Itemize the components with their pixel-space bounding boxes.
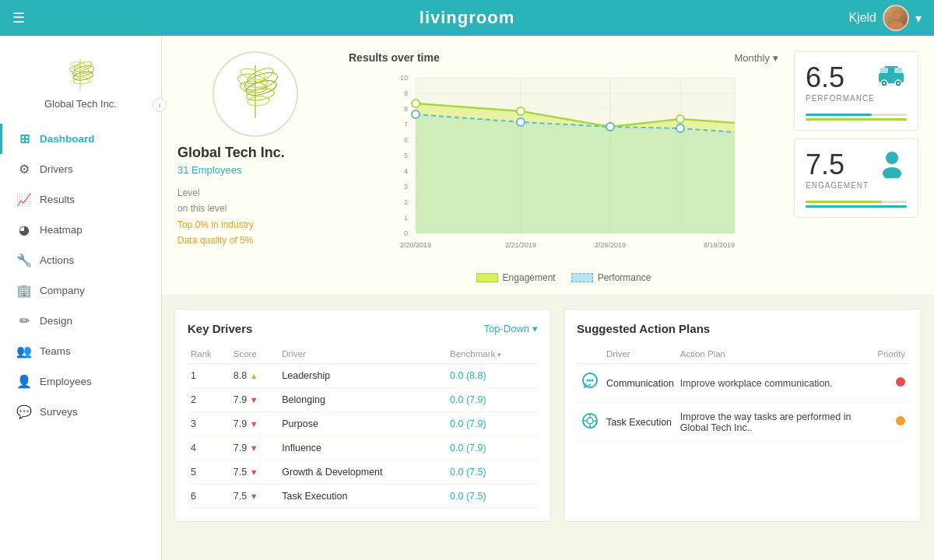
legend-performance-label: Performance — [598, 272, 651, 283]
sidebar-label-employees: Employees — [40, 376, 92, 387]
performance-icon — [876, 61, 907, 89]
ap-col-driver — [577, 345, 603, 364]
sidebar-item-drivers[interactable]: ⚙ Drivers — [0, 154, 161, 184]
svg-point-14 — [248, 96, 270, 107]
user-name: Kjeld — [848, 11, 876, 25]
results-icon: 📈 — [16, 192, 32, 207]
performance-bar — [806, 114, 907, 116]
sidebar-item-teams[interactable]: 👥 Teams — [0, 336, 161, 366]
period-selector[interactable]: Monthly ▾ — [734, 52, 778, 64]
engagement-bar-fill — [806, 201, 882, 203]
sidebar-label-surveys: Surveys — [40, 406, 78, 418]
ap-col-driver-name: Driver — [603, 345, 677, 364]
user-menu[interactable]: Kjeld ▾ — [848, 5, 922, 31]
table-row: 1 8.8 ▲ Leadership 0.0 (8.8) — [188, 364, 538, 388]
sidebar-item-results[interactable]: 📈 Results — [0, 184, 161, 215]
chart-title: Results over time — [349, 51, 440, 64]
rank-cell: 1 — [188, 364, 230, 388]
legend-performance-color — [571, 273, 593, 282]
ap-col-action: Action Plan — [677, 345, 874, 364]
drivers-icon: ⚙ — [16, 162, 32, 177]
employees-icon: 👤 — [16, 374, 32, 389]
score-cell: 7.9 ▼ — [230, 388, 279, 412]
table-row: Task Execution Improve the way tasks are… — [577, 403, 908, 442]
sidebar-label-heatmap: Heatmap — [40, 224, 83, 236]
performance-value: 6.5 — [806, 61, 875, 94]
svg-point-66 — [883, 82, 886, 85]
top-industry: Top 0% in industry — [177, 219, 254, 230]
sidebar-item-surveys[interactable]: 💬 Surveys — [0, 397, 161, 427]
period-label: Monthly — [734, 52, 770, 64]
sidebar-label-actions: Actions — [40, 254, 74, 266]
svg-point-52 — [412, 110, 420, 118]
engagement-icon — [877, 149, 907, 178]
rank-cell: 2 — [188, 388, 230, 412]
sidebar-label-design: Design — [40, 315, 72, 327]
benchmark-cell: 0.0 (7.5) — [447, 460, 538, 485]
task-execution-icon — [580, 411, 600, 431]
sidebar-collapse-button[interactable]: ‹ — [153, 98, 167, 112]
action-plans-title: Suggested Action Plans — [577, 322, 710, 335]
drivers-table: Rank Score Driver Benchmark ▾ 1 8.8 ▲ Le… — [188, 345, 538, 509]
sidebar-item-company[interactable]: 🏢 Company — [0, 275, 161, 306]
svg-text:3: 3 — [404, 183, 408, 191]
svg-text:0: 0 — [404, 229, 408, 237]
topdown-selector[interactable]: Top-Down ▾ — [483, 323, 538, 334]
sidebar-item-heatmap[interactable]: ◕ Heatmap — [0, 215, 161, 245]
svg-text:2: 2 — [404, 198, 408, 206]
svg-point-69 — [883, 167, 901, 178]
driver-cell: Influence — [279, 436, 447, 460]
data-quality: Data quality of 5% — [177, 235, 253, 246]
score-cell: 7.5 ▼ — [230, 485, 279, 509]
teams-icon: 👥 — [16, 344, 32, 359]
action-plans-table: Driver Action Plan Priority Communicatio… — [577, 345, 908, 442]
svg-text:7: 7 — [404, 121, 408, 128]
sidebar-label-teams: Teams — [40, 345, 71, 357]
driver-cell: Purpose — [279, 412, 447, 436]
driver-icon-cell — [577, 403, 603, 442]
chart-title-plain: Results — [349, 51, 391, 64]
svg-text:6: 6 — [404, 136, 408, 144]
communication-icon — [580, 372, 600, 392]
svg-text:8: 8 — [404, 105, 408, 113]
svg-point-75 — [587, 418, 593, 424]
trend-down-icon: ▼ — [250, 443, 258, 453]
svg-rect-63 — [894, 68, 902, 73]
svg-text:8/19/2019: 8/19/2019 — [704, 241, 735, 249]
svg-point-55 — [676, 124, 684, 132]
performance-bar-fill — [806, 114, 872, 116]
sidebar-item-dashboard[interactable]: ⊞ Dashboard — [0, 124, 161, 154]
rank-cell: 3 — [188, 412, 230, 436]
sidebar-item-actions[interactable]: 🔧 Actions — [0, 245, 161, 275]
svg-point-51 — [676, 115, 684, 123]
trend-down-icon: ▼ — [250, 419, 258, 429]
svg-text:2/21/2019: 2/21/2019 — [505, 241, 536, 249]
col-benchmark: Benchmark ▾ — [447, 345, 538, 364]
company-employee-count: 31 Employees — [177, 164, 333, 176]
topdown-label: Top-Down — [483, 323, 529, 334]
performance-bar-secondary — [806, 118, 907, 121]
svg-rect-62 — [880, 68, 888, 73]
sidebar-item-design[interactable]: ✏ Design — [0, 306, 161, 336]
topbar: ☰ livingroom Kjeld ▾ — [0, 0, 934, 36]
score-cell: 7.5 ▼ — [230, 460, 279, 485]
on-this-level: on this level — [177, 203, 226, 214]
rank-cell: 5 — [188, 460, 230, 485]
ap-priority — [874, 364, 908, 403]
content-area: Global Tech Inc. 31 Employees Level on t… — [162, 36, 934, 560]
benchmark-cell: 0.0 (7.5) — [447, 485, 538, 509]
hamburger-icon[interactable]: ☰ — [12, 9, 25, 26]
company-meta: Level on this level Top 0% in industry D… — [177, 185, 333, 249]
benchmark-cell: 0.0 (8.8) — [447, 364, 538, 388]
svg-text:5: 5 — [404, 152, 408, 159]
key-drivers-header: Key Drivers Top-Down ▾ — [188, 322, 538, 335]
legend-engagement-color — [476, 273, 498, 282]
ap-driver-name: Communication — [603, 364, 677, 403]
chart-area: Results over time Monthly ▾ — [349, 51, 778, 283]
company-icon: 🏢 — [16, 283, 32, 298]
col-rank: Rank — [188, 345, 230, 364]
key-drivers-title: Key Drivers — [188, 322, 252, 335]
sidebar-item-employees[interactable]: 👤 Employees — [0, 366, 161, 397]
table-row: 5 7.5 ▼ Growth & Development 0.0 (7.5) — [188, 460, 538, 485]
table-row: 4 7.9 ▼ Influence 0.0 (7.9) — [188, 436, 538, 460]
